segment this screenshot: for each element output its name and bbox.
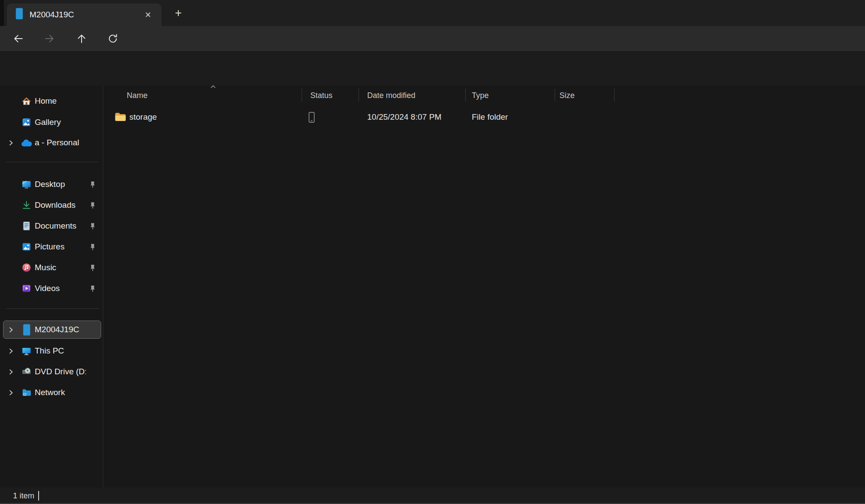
file-name: storage <box>129 112 157 122</box>
chevron-right-icon[interactable] <box>6 388 16 397</box>
chevron-right-icon[interactable] <box>6 346 16 356</box>
sidebar-separator <box>6 308 99 309</box>
new-tab-button[interactable]: + <box>170 6 187 20</box>
command-toolbar: New Sort View <box>0 51 865 85</box>
phone-device-icon <box>16 8 23 22</box>
sidebar-item-label: Network <box>35 388 86 397</box>
file-type: File folder <box>472 112 508 122</box>
column-header-date-modified[interactable]: Date modified <box>364 87 419 104</box>
downloads-icon <box>21 200 32 211</box>
pin-icon <box>88 242 97 252</box>
sidebar-item-label: Pictures <box>35 242 86 252</box>
column-header-status[interactable]: Status <box>307 87 336 104</box>
pin-icon <box>88 263 97 272</box>
sidebar-separator <box>6 162 99 162</box>
tab-close-icon[interactable]: × <box>141 8 155 21</box>
sidebar-item-this-pc[interactable]: This PC <box>3 342 101 360</box>
item-count: 1 item <box>13 488 34 504</box>
sidebar-item-music[interactable]: Music <box>3 259 101 276</box>
sidebar-item-videos[interactable]: Videos <box>3 280 101 297</box>
sidebar-item-pictures[interactable]: Pictures <box>3 238 101 255</box>
sidebar-item-desktop[interactable]: Desktop <box>3 176 101 193</box>
navigation-bar: Connected M2004J19C <box>0 26 865 51</box>
back-arrow-icon <box>13 33 24 44</box>
up-arrow-icon <box>76 33 87 44</box>
explorer-tab[interactable]: M2004J19C × <box>7 3 161 26</box>
forward-button <box>40 29 59 48</box>
back-button[interactable] <box>9 29 28 48</box>
sidebar-item-label: Documents <box>35 221 86 231</box>
sidebar-item-downloads[interactable]: Downloads <box>3 196 101 214</box>
pin-icon <box>88 284 97 293</box>
onedrive-cloud-icon <box>21 137 32 148</box>
column-separator[interactable] <box>465 88 466 101</box>
pin-icon <box>88 221 97 231</box>
sidebar-item-label: This PC <box>35 346 86 356</box>
chevron-right-icon[interactable] <box>6 325 16 334</box>
sidebar-item-m2004j19c[interactable]: M2004J19C <box>3 321 101 338</box>
column-separator[interactable] <box>302 88 302 101</box>
on-device-phone-icon <box>308 111 315 125</box>
documents-icon <box>21 220 32 232</box>
sidebar-item-documents[interactable]: Documents <box>3 217 101 235</box>
network-icon <box>21 387 32 398</box>
column-separator[interactable] <box>614 88 615 101</box>
chevron-right-icon[interactable] <box>6 138 16 147</box>
dvd-drive-icon <box>21 366 32 377</box>
sidebar-item-label: Downloads <box>35 200 86 210</box>
phone-device-icon <box>21 324 32 335</box>
file-list-pane: Name Status Date modified Type Size stor… <box>103 85 865 488</box>
home-icon <box>21 95 32 107</box>
sidebar-item-network[interactable]: Network <box>3 384 101 401</box>
sidebar-item-label: Gallery <box>35 118 86 127</box>
up-button[interactable] <box>72 29 91 48</box>
videos-icon <box>21 283 32 294</box>
sidebar-item-label: DVD Drive (D:) CCC <box>35 367 86 376</box>
sidebar-item-gallery[interactable]: Gallery <box>3 114 101 131</box>
folder-icon <box>115 112 126 124</box>
navigation-pane: Home Gallery a - Personal Desktop <box>0 85 103 488</box>
refresh-button[interactable] <box>103 29 122 48</box>
sidebar-item-dvd-drive[interactable]: DVD Drive (D:) CCC <box>3 363 101 380</box>
column-header-type[interactable]: Type <box>468 87 492 104</box>
status-bar-divider <box>38 491 39 501</box>
file-explorer-window: M2004J19C × + Connected M2004J19C <box>0 0 865 504</box>
pin-icon <box>88 180 97 189</box>
pin-icon <box>88 200 97 210</box>
sidebar-item-label: Videos <box>35 284 86 293</box>
chevron-right-icon[interactable] <box>6 367 16 376</box>
sidebar-item-home[interactable]: Home <box>3 92 101 110</box>
file-row-storage[interactable]: storage 10/25/2024 8:07 PM File folder <box>103 108 861 126</box>
sidebar-item-label: Home <box>35 96 86 106</box>
sidebar-item-label: a - Personal <box>35 138 86 147</box>
music-icon <box>21 262 32 273</box>
status-bar: 1 item <box>0 488 865 504</box>
desktop-icon <box>21 179 32 190</box>
column-header-name[interactable]: Name <box>123 87 151 104</box>
file-date-modified: 10/25/2024 8:07 PM <box>367 112 441 122</box>
this-pc-icon <box>21 345 32 357</box>
sidebar-item-label: M2004J19C <box>35 325 86 334</box>
gallery-icon <box>21 117 32 128</box>
tab-title: M2004J19C <box>30 10 141 20</box>
sidebar-item-label: Desktop <box>35 180 86 189</box>
sidebar-item-onedrive-personal[interactable]: a - Personal <box>3 134 101 151</box>
column-separator[interactable] <box>555 88 555 101</box>
window-edge <box>0 0 4 26</box>
refresh-icon <box>107 33 118 44</box>
column-header-size[interactable]: Size <box>556 87 578 104</box>
sidebar-item-label: Music <box>35 263 86 272</box>
tab-bar: M2004J19C × + <box>0 0 865 26</box>
forward-arrow-icon <box>44 33 55 44</box>
pictures-icon <box>21 241 32 252</box>
column-separator[interactable] <box>358 88 359 101</box>
sort-ascending-icon <box>208 84 218 90</box>
